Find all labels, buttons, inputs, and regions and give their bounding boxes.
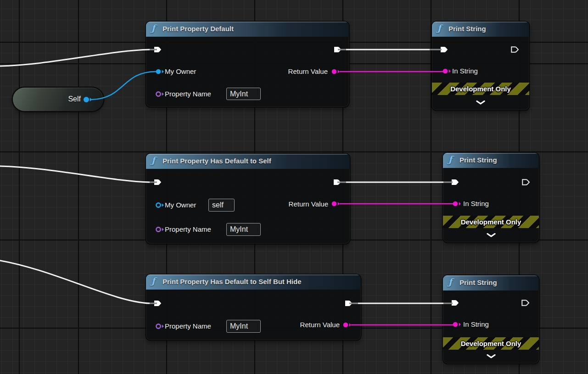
return-value-pin[interactable]: [331, 68, 340, 75]
property-name-label: Property Name: [165, 225, 211, 234]
function-icon: ƒ: [151, 23, 155, 33]
node-print-property-default[interactable]: ƒ Print Property Default My Owner Proper…: [146, 22, 349, 107]
return-value-label: Return Value: [288, 67, 328, 76]
exec-output-pin[interactable]: [345, 300, 353, 307]
self-label: Self: [68, 95, 81, 103]
node-title: Print Property Default: [162, 25, 234, 33]
in-string-label: In String: [452, 67, 478, 75]
function-icon: ƒ: [151, 276, 155, 286]
property-name-field[interactable]: [226, 223, 261, 236]
my-owner-label: My Owner: [165, 67, 196, 76]
property-name-field[interactable]: [226, 88, 261, 100]
exec-input-pin[interactable]: [451, 179, 460, 186]
node-print-property-has-default-to-self[interactable]: ƒ Print Property Has Default to Self My …: [146, 154, 350, 244]
exec-input-pin[interactable]: [154, 46, 162, 53]
exec-wire-in-1: [0, 50, 150, 66]
function-icon: ƒ: [437, 23, 441, 33]
exec-input-pin[interactable]: [154, 300, 162, 307]
development-only-banner: Development Only: [443, 216, 539, 228]
exec-output-pin[interactable]: [521, 299, 530, 307]
property-name-pin[interactable]: [155, 226, 164, 233]
self-output-pin[interactable]: [83, 96, 92, 103]
in-string-label: In String: [463, 200, 489, 208]
function-icon: ƒ: [448, 277, 452, 287]
property-name-pin[interactable]: [155, 323, 164, 329]
return-value-pin[interactable]: [331, 201, 340, 207]
function-icon: ƒ: [448, 154, 452, 164]
exec-output-pin[interactable]: [511, 46, 520, 53]
node-title: Print String: [459, 279, 497, 286]
development-only-banner: Development Only: [432, 83, 529, 95]
node-title: Print Property Has Default to Self But H…: [162, 278, 302, 285]
return-value-label: Return Value: [300, 321, 340, 329]
return-value-label: Return Value: [289, 200, 328, 208]
variable-node-self[interactable]: Self: [13, 88, 103, 111]
exec-output-pin[interactable]: [334, 46, 342, 53]
node-title: Print Property Has Default to Self: [162, 157, 271, 165]
node-print-string-top[interactable]: ƒ Print String In String Development Onl…: [432, 22, 529, 110]
collapse-chevron-icon[interactable]: [487, 233, 496, 237]
my-owner-field[interactable]: [208, 199, 235, 212]
return-value-pin[interactable]: [342, 322, 352, 328]
function-icon: ƒ: [151, 155, 155, 165]
in-string-pin[interactable]: [452, 201, 461, 207]
exec-input-pin[interactable]: [154, 179, 162, 186]
in-string-pin[interactable]: [452, 321, 461, 328]
development-only-banner: Development Only: [443, 337, 539, 350]
node-title: Print String: [448, 25, 486, 33]
blueprint-graph-canvas[interactable]: ƒ Print Property Default My Owner Proper…: [0, 0, 588, 374]
development-only-text: Development Only: [461, 340, 521, 347]
node-title: Print String: [459, 156, 497, 164]
my-owner-pin[interactable]: [155, 202, 164, 208]
exec-wire-in-2: [0, 166, 150, 182]
development-only-text: Development Only: [461, 218, 521, 226]
exec-wire-in-3: [0, 260, 150, 303]
collapse-chevron-icon[interactable]: [476, 100, 485, 105]
property-name-field[interactable]: [226, 320, 261, 333]
exec-input-pin[interactable]: [451, 299, 460, 307]
node-print-string-middle[interactable]: ƒ Print String In String Development Onl…: [443, 153, 539, 242]
in-string-pin[interactable]: [442, 68, 451, 74]
my-owner-pin[interactable]: [155, 68, 164, 75]
development-only-text: Development Only: [450, 85, 511, 93]
exec-input-pin[interactable]: [440, 46, 449, 53]
in-string-label: In String: [463, 320, 489, 329]
property-name-label: Property Name: [165, 322, 211, 330]
node-print-property-has-default-to-self-but-hide[interactable]: ƒ Print Property Has Default to Self But…: [146, 274, 361, 340]
property-name-label: Property Name: [165, 90, 211, 98]
property-name-pin[interactable]: [155, 91, 164, 97]
exec-output-pin[interactable]: [522, 179, 531, 186]
my-owner-label: My Owner: [165, 201, 196, 209]
collapse-chevron-icon[interactable]: [487, 354, 496, 358]
node-print-string-bottom[interactable]: ƒ Print String In String Development Onl…: [443, 275, 539, 363]
exec-output-pin[interactable]: [333, 179, 342, 186]
